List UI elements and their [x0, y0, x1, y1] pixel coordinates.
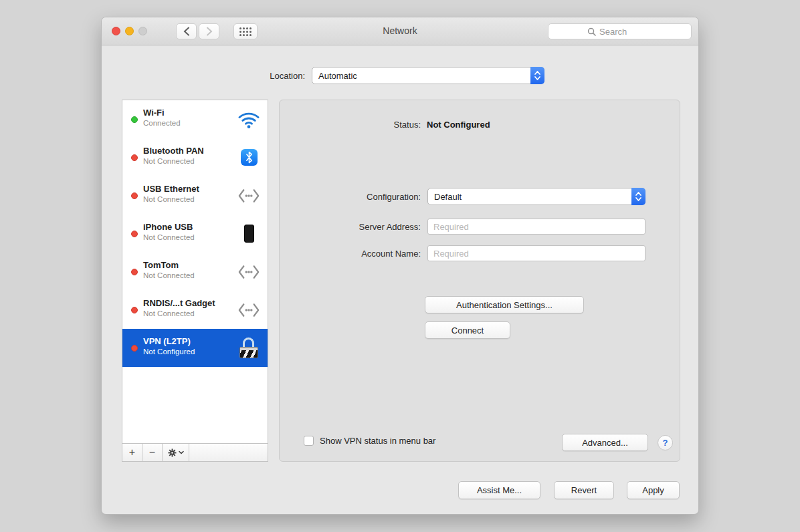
account-name-label: Account Name:	[280, 249, 421, 259]
service-status: Connected	[143, 119, 181, 127]
status-value: Not Configured	[427, 120, 490, 130]
service-status: Not Connected	[143, 271, 195, 279]
service-name: VPN (L2TP)	[143, 336, 191, 346]
configuration-select[interactable]: Default	[427, 188, 645, 205]
service-status: Not Connected	[143, 233, 195, 241]
add-service-button[interactable]: +	[122, 444, 142, 461]
wifi-icon	[236, 100, 262, 138]
location-select[interactable]: Automatic	[312, 67, 544, 84]
location-label: Location:	[102, 71, 305, 81]
network-preferences-window: Network Search Location: Automatic Wi-Fi…	[101, 17, 699, 515]
revert-button[interactable]: Revert	[554, 481, 614, 499]
service-name: RNDIS/...t Gadget	[143, 298, 215, 308]
service-actions-button[interactable]	[163, 444, 189, 461]
advanced-button[interactable]: Advanced...	[562, 434, 648, 451]
sidebar-item-bluetooth-pan[interactable]: Bluetooth PAN Not Connected	[122, 138, 268, 176]
services-sidebar: Wi-Fi Connected Bluetooth PAN Not Connec…	[122, 100, 268, 462]
ethernet-icon	[236, 176, 262, 215]
configuration-label: Configuration:	[280, 192, 421, 202]
service-status: Not Connected	[143, 195, 195, 203]
ethernet-icon	[236, 253, 262, 291]
status-dot	[131, 345, 138, 352]
help-button[interactable]: ?	[658, 435, 673, 450]
service-status: Not Connected	[143, 157, 195, 165]
sidebar-item-vpn-l2tp[interactable]: VPN (L2TP) Not Configured	[122, 329, 268, 367]
lock-icon	[236, 329, 262, 367]
service-name: Bluetooth PAN	[143, 146, 204, 156]
chevron-down-icon	[179, 450, 184, 454]
search-icon	[587, 27, 596, 36]
sidebar-toolbar: + −	[122, 443, 268, 461]
service-status: Not Configured	[143, 348, 195, 356]
popup-stepper-icon	[631, 188, 645, 205]
service-detail-panel: Status: Not Configured Configuration: De…	[279, 100, 680, 462]
search-input[interactable]: Search	[548, 23, 692, 39]
gear-icon	[167, 448, 177, 458]
show-vpn-status-label: Show VPN status in menu bar	[320, 436, 435, 446]
status-dot	[131, 192, 138, 199]
status-dot	[131, 269, 138, 275]
ethernet-icon	[236, 291, 262, 329]
service-name: USB Ethernet	[143, 184, 199, 194]
sidebar-item-iphone-usb[interactable]: iPhone USB Not Connected	[122, 215, 268, 253]
connect-button[interactable]: Connect	[425, 321, 510, 339]
sidebar-item-rndis-gadget[interactable]: RNDIS/...t Gadget Not Connected	[122, 291, 268, 329]
search-placeholder: Search	[599, 27, 627, 37]
sidebar-item-usb-ethernet[interactable]: USB Ethernet Not Connected	[122, 176, 268, 215]
show-vpn-status-checkbox[interactable]	[304, 436, 314, 446]
apply-button[interactable]: Apply	[627, 481, 680, 499]
server-address-field[interactable]	[427, 219, 645, 235]
status-dot	[131, 154, 138, 161]
status-dot	[131, 231, 138, 237]
sidebar-item-tomtom[interactable]: TomTom Not Connected	[122, 253, 268, 291]
location-value: Automatic	[318, 71, 357, 81]
sidebar-item-wifi[interactable]: Wi-Fi Connected	[122, 100, 268, 138]
server-address-label: Server Address:	[280, 222, 421, 232]
service-name: Wi-Fi	[143, 108, 165, 118]
service-name: TomTom	[143, 260, 179, 270]
status-dot	[131, 116, 138, 123]
popup-stepper-icon	[530, 67, 544, 84]
remove-service-button[interactable]: −	[142, 444, 163, 461]
account-name-field[interactable]	[427, 245, 645, 261]
title-bar: Network Search	[102, 17, 698, 45]
bluetooth-icon	[236, 138, 262, 176]
service-status: Not Connected	[143, 309, 195, 317]
authentication-settings-button[interactable]: Authentication Settings...	[425, 296, 584, 313]
assist-me-button[interactable]: Assist Me...	[458, 481, 540, 499]
iphone-icon	[236, 215, 262, 253]
service-name: iPhone USB	[143, 222, 193, 232]
status-dot	[131, 307, 138, 313]
configuration-value: Default	[434, 192, 462, 202]
status-label: Status:	[280, 120, 421, 130]
